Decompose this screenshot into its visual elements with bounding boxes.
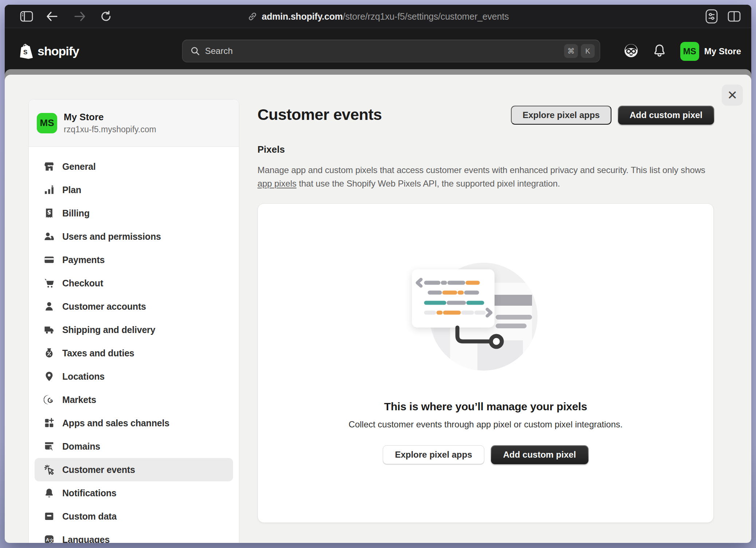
store-avatar: MS — [37, 113, 57, 133]
sidebar-item-label: Taxes and duties — [62, 348, 134, 359]
sidebar-item-payments[interactable]: Payments — [35, 248, 233, 271]
close-icon[interactable]: ✕ — [722, 85, 743, 106]
page-title: Customer events — [257, 106, 382, 124]
sidebar-item-label: Customer accounts — [62, 301, 146, 312]
sidebar-item-label: Languages — [62, 535, 110, 543]
account-avatar: MS — [680, 42, 699, 61]
sidekick-icon[interactable] — [623, 43, 639, 60]
sidebar-item-label: Shipping and delivery — [62, 325, 155, 335]
k-key: K — [581, 44, 595, 58]
url-text: admin.shopify.com/store/rzq1xu-f5/settin… — [262, 11, 509, 22]
search-placeholder: Search — [205, 46, 561, 56]
cmd-key: ⌘ — [564, 44, 578, 58]
add-custom-pixel-button-card[interactable]: Add custom pixel — [491, 445, 588, 464]
store-domain: rzq1xu-f5.myshopify.com — [64, 125, 156, 134]
admin-header: S shopify Search ⌘ K MS My Store — [5, 28, 751, 74]
shopify-bag-icon: S — [19, 43, 34, 60]
sidebar-item-label: Billing — [62, 208, 90, 219]
search-input[interactable]: Search ⌘ K — [182, 40, 600, 62]
domains-icon — [43, 441, 55, 452]
sidebar-item-label: Markets — [62, 395, 96, 405]
pixels-section-title: Pixels — [257, 144, 285, 155]
store-icon — [43, 161, 55, 172]
explore-pixel-apps-button-card[interactable]: Explore pixel apps — [383, 445, 484, 464]
empty-state-subtitle: Collect customer events through app pixe… — [258, 419, 713, 430]
link-icon — [247, 11, 257, 21]
billing-icon — [43, 207, 55, 219]
shopify-wordmark: shopify — [38, 44, 79, 58]
add-custom-pixel-button[interactable]: Add custom pixel — [618, 106, 714, 125]
account-menu[interactable]: MS My Store — [680, 42, 741, 61]
sidebar-item-label: Customer events — [62, 465, 135, 475]
settings-sidebar: MS My Store rzq1xu-f5.myshopify.com Gene… — [28, 99, 239, 543]
shopify-logo: S shopify — [19, 28, 79, 74]
sidebar-item-customer-events[interactable]: Customer events — [35, 458, 233, 481]
users-icon — [43, 231, 55, 242]
app-pixels-link[interactable]: app pixels — [257, 179, 296, 188]
account-label: My Store — [704, 46, 741, 56]
cursor-sparkle-icon — [43, 464, 55, 475]
browser-window: admin.shopify.com/store/rzq1xu-f5/settin… — [5, 5, 751, 543]
browser-toolbar: admin.shopify.com/store/rzq1xu-f5/settin… — [5, 5, 751, 28]
sidebar-item-label: Custom data — [62, 511, 117, 522]
sidebar-item-locations[interactable]: Locations — [35, 365, 233, 388]
split-view-icon[interactable] — [726, 5, 743, 28]
pixels-description: Manage app and custom pixels that access… — [257, 163, 713, 190]
settings-nav: GeneralPlanBillingUsers and permissionsP… — [29, 147, 239, 543]
sidebar-item-notifications[interactable]: Notifications — [35, 481, 233, 505]
sidebar-item-apps-and-sales-channels[interactable]: Apps and sales channels — [35, 411, 233, 435]
explore-pixel-apps-button[interactable]: Explore pixel apps — [511, 106, 611, 125]
apps-icon — [43, 417, 55, 429]
sidebar-item-languages[interactable]: A文Languages — [35, 528, 233, 543]
sidebar-item-taxes-and-duties[interactable]: Taxes and duties — [35, 341, 233, 365]
sidebar-item-custom-data[interactable]: Custom data — [35, 505, 233, 528]
translate-icon: A文 — [43, 534, 55, 543]
sidebar-item-label: Locations — [62, 371, 105, 382]
sidebar-item-label: General — [62, 161, 96, 172]
sidebar-item-checkout[interactable]: Checkout — [35, 271, 233, 295]
sidebar-item-billing[interactable]: Billing — [35, 201, 233, 225]
store-card-header[interactable]: MS My Store rzq1xu-f5.myshopify.com — [29, 99, 239, 147]
sidebar-item-general[interactable]: General — [35, 155, 233, 178]
page-settings-icon[interactable] — [703, 5, 720, 28]
truck-icon — [43, 324, 55, 336]
sidebar-item-label: Apps and sales channels — [62, 418, 169, 428]
empty-state-title: This is where you’ll manage your pixels — [258, 400, 713, 413]
sidebar-item-domains[interactable]: Domains — [35, 435, 233, 458]
sidebar-item-label: Domains — [62, 441, 100, 452]
person-icon — [43, 301, 55, 312]
tax-icon — [43, 347, 55, 359]
globe-icon: $ — [43, 394, 55, 406]
notifications-bell-icon[interactable] — [653, 43, 666, 59]
pixels-empty-state-card: This is where you’ll manage your pixels … — [257, 203, 714, 523]
sidebar-item-label: Payments — [62, 255, 105, 265]
address-bar[interactable]: admin.shopify.com/store/rzq1xu-f5/settin… — [5, 5, 751, 28]
settings-modal: ✕ MS My Store rzq1xu-f5.myshopify.com Ge… — [5, 75, 751, 543]
svg-text:文: 文 — [49, 538, 54, 543]
sidebar-item-markets[interactable]: $Markets — [35, 388, 233, 411]
sidebar-item-shipping-and-delivery[interactable]: Shipping and delivery — [35, 318, 233, 341]
database-icon — [43, 510, 55, 522]
sidebar-item-plan[interactable]: Plan — [35, 178, 233, 201]
sidebar-item-label: Notifications — [62, 488, 117, 498]
payments-icon — [43, 254, 55, 266]
svg-text:S: S — [23, 49, 27, 56]
pin-icon — [43, 371, 55, 382]
plan-icon — [43, 184, 55, 196]
search-icon — [190, 46, 200, 56]
store-name: My Store — [64, 111, 156, 123]
sidebar-item-label: Plan — [62, 185, 81, 195]
checkout-icon — [43, 277, 55, 289]
sidebar-item-customer-accounts[interactable]: Customer accounts — [35, 295, 233, 318]
sidebar-item-label: Checkout — [62, 278, 103, 289]
sidebar-item-users-and-permissions[interactable]: Users and permissions — [35, 225, 233, 248]
pixels-illustration — [406, 261, 559, 381]
sidebar-item-label: Users and permissions — [62, 231, 161, 242]
svg-text:$: $ — [50, 399, 53, 403]
bell-icon — [43, 487, 55, 499]
